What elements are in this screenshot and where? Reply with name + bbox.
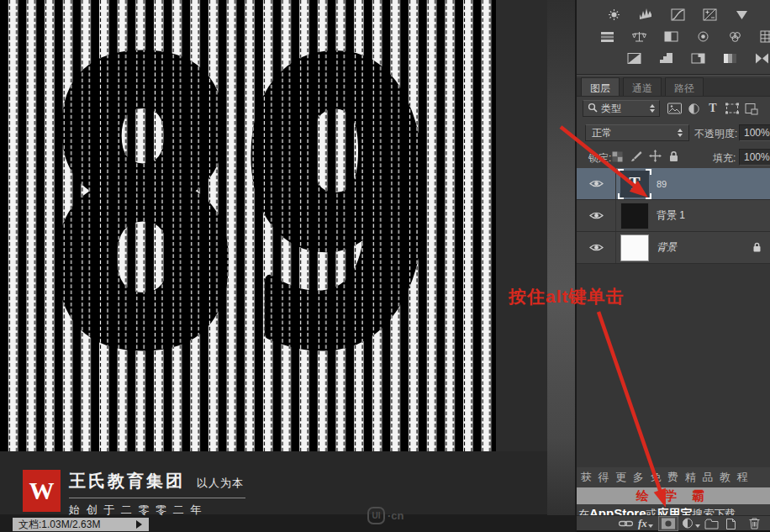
ui-cn-suffix: ·cn — [388, 509, 404, 522]
branding-block: W 王氏教育集团 以人为本 始 创 于 二 零 零 二 年 — [23, 470, 245, 518]
hue-saturation-icon[interactable] — [600, 30, 614, 43]
new-adjustment-layer-button[interactable] — [682, 517, 700, 529]
eye-icon[interactable] — [589, 176, 604, 192]
threshold-icon[interactable] — [691, 52, 705, 65]
layers-panel-dock: 图层 通道 路径 类型 T 正常 不透明度 — [577, 0, 770, 532]
filter-type-label: 类型 — [601, 102, 621, 116]
adjustments-row-1 — [577, 6, 770, 23]
lock-label: 锁定: — [588, 151, 611, 166]
dock-divider-band — [547, 0, 577, 515]
color-lookup-icon[interactable] — [760, 30, 770, 43]
chevron-down-icon — [695, 524, 700, 528]
opacity-label: 不透明度: — [694, 127, 737, 141]
tab-paths[interactable]: 路径 — [665, 77, 704, 96]
background-layer-thumbnail[interactable] — [620, 234, 649, 261]
gradient-map-icon[interactable] — [723, 52, 737, 65]
lock-all-icon[interactable] — [668, 150, 679, 166]
opacity-value-text: 100% — [744, 127, 770, 139]
layer-row-bg1[interactable]: 背景 1 — [577, 200, 770, 232]
stripe-pattern-artwork: 89 — [0, 0, 496, 451]
layer-style-button[interactable]: fx — [638, 517, 653, 530]
layer-mask-icon — [661, 518, 676, 529]
selective-color-icon[interactable] — [755, 52, 769, 65]
photoshop-window: 89 — [0, 0, 770, 532]
adjustment-layer-filter-icon[interactable] — [686, 101, 701, 116]
selection-bracket — [618, 169, 624, 175]
black-white-icon[interactable] — [664, 30, 678, 43]
panel-tabs: 图层 通道 路径 — [577, 77, 770, 97]
panel-divider-highlight — [577, 75, 770, 76]
layer-row-background[interactable]: 背景 — [577, 232, 770, 264]
exposure-icon[interactable] — [703, 8, 717, 21]
canvas-numbers-text: 89 — [45, 0, 438, 429]
lock-row: 锁定: 填充: 100% — [577, 149, 770, 167]
curves-icon[interactable] — [671, 8, 685, 21]
shape-layer-filter-icon[interactable] — [725, 101, 740, 116]
type-layer-filter-icon[interactable]: T — [705, 101, 720, 116]
layers-list: T 89 背景 1 背景 — [577, 168, 770, 467]
eye-icon[interactable] — [589, 208, 604, 224]
lock-transparency-icon[interactable] — [612, 150, 623, 166]
tab-channels[interactable]: 通道 — [623, 77, 662, 96]
layers-panel-footer: fx — [577, 515, 770, 532]
text-layer-thumbnail[interactable]: T — [620, 171, 649, 198]
levels-icon[interactable] — [639, 8, 653, 21]
eye-icon[interactable] — [589, 240, 604, 255]
lock-position-icon[interactable] — [649, 150, 662, 166]
filter-kind-icons: T — [667, 101, 759, 116]
color-balance-icon[interactable] — [632, 30, 646, 43]
pixel-layer-filter-icon[interactable] — [667, 101, 682, 116]
new-layer-button[interactable] — [725, 517, 737, 529]
layer-row-89[interactable]: T 89 — [577, 168, 770, 200]
adjustments-row-2 — [577, 28, 770, 45]
ad-banner-button[interactable]: 绘 学 霸 — [577, 487, 770, 504]
adjustments-row-3 — [577, 50, 770, 66]
select-updown-icon — [650, 104, 655, 113]
background-lock-icon — [752, 240, 762, 255]
search-icon — [588, 103, 598, 115]
brand-since: 始 创 于 二 零 零 二 年 — [69, 498, 245, 518]
blend-mode-row: 正常 不透明度: 100% — [577, 124, 770, 143]
status-bar: 文档:1.03M/2.63M — [13, 518, 149, 531]
visibility-cell[interactable] — [577, 168, 616, 199]
lock-icons — [612, 150, 679, 166]
tab-layers-label: 图层 — [590, 82, 610, 94]
layer-thumbnail[interactable] — [620, 203, 649, 229]
opacity-value[interactable]: 100% — [739, 124, 770, 141]
visibility-cell[interactable] — [577, 200, 616, 231]
brightness-contrast-icon[interactable] — [607, 8, 621, 21]
selection-bracket — [646, 169, 651, 175]
ui-cn-watermark: UI ·cn — [367, 507, 404, 524]
filter-type-select[interactable]: 类型 — [583, 100, 660, 117]
select-updown-icon — [678, 129, 683, 137]
ad-line1: 获 得 更 多 免 费 精 品 教 程 — [577, 467, 770, 485]
layer-name[interactable]: 89 — [657, 179, 667, 189]
selection-bracket — [618, 193, 624, 199]
tab-layers[interactable]: 图层 — [581, 77, 620, 96]
add-layer-mask-button[interactable] — [658, 516, 678, 531]
channel-mixer-icon[interactable] — [728, 30, 742, 43]
photo-filter-icon[interactable] — [696, 30, 710, 43]
new-group-button[interactable] — [704, 518, 719, 529]
layer-name[interactable]: 背景 1 — [657, 208, 685, 223]
lock-paint-icon[interactable] — [630, 150, 642, 166]
annotation-tip-text: 按住alt键单击 — [509, 285, 625, 308]
invert-icon[interactable] — [627, 52, 641, 65]
layer-name[interactable]: 背景 — [657, 240, 677, 255]
adjustment-circle-icon — [682, 517, 694, 529]
delete-layer-button[interactable] — [748, 517, 761, 529]
link-layers-button[interactable] — [619, 519, 633, 529]
status-expand-button[interactable] — [136, 520, 142, 529]
chevron-down-icon — [648, 524, 653, 528]
fill-value-text: 100% — [744, 151, 770, 163]
smart-object-filter-icon[interactable] — [744, 101, 759, 116]
tab-channels-label: 通道 — [632, 82, 652, 94]
brand-texts: 王氏教育集团 以人为本 始 创 于 二 零 零 二 年 — [69, 470, 245, 518]
brand-logo: W — [23, 470, 61, 512]
blend-mode-select[interactable]: 正常 — [585, 124, 689, 141]
visibility-cell[interactable] — [577, 232, 616, 263]
document-canvas[interactable]: 89 — [0, 0, 496, 451]
vibrance-icon[interactable] — [735, 8, 749, 21]
posterize-icon[interactable] — [659, 52, 673, 65]
fill-value[interactable]: 100% — [739, 149, 770, 166]
